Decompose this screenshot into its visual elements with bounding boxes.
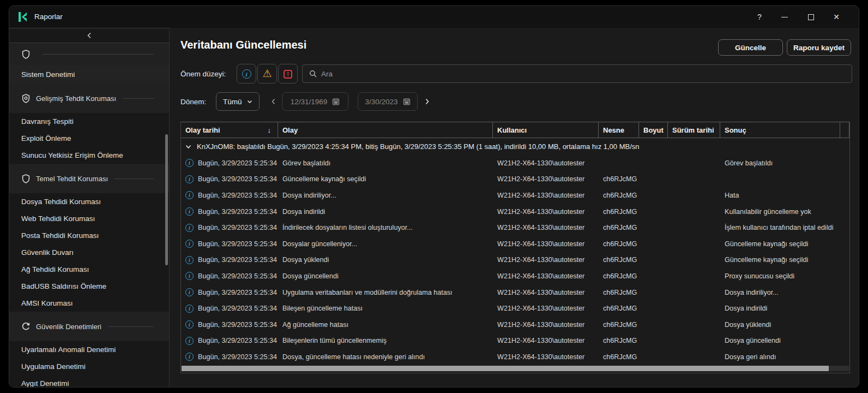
shield-icon bbox=[21, 174, 31, 183]
table-row[interactable]: iBugün, 3/29/2023 5:25:34 PMAğ güncellem… bbox=[181, 317, 849, 333]
table-row[interactable]: iBugün, 3/29/2023 5:25:34 PMDosya, günce… bbox=[181, 349, 849, 365]
sidebar-item[interactable]: Posta Tehdidi Koruması bbox=[9, 227, 169, 244]
save-report-button[interactable]: Raporu kaydet bbox=[787, 39, 851, 56]
cell-text: Dosya indirildi bbox=[282, 208, 325, 216]
cell-text: Dosya indiriliyor... bbox=[725, 289, 779, 296]
sidebar-item[interactable]: Sistem Denetimi bbox=[9, 65, 169, 84]
column-header-5[interactable]: Boyut bbox=[639, 122, 668, 138]
sidebar-item[interactable]: Uyarlamalı Anomali Denetimi bbox=[9, 341, 169, 358]
maximize-button[interactable] bbox=[799, 6, 823, 28]
sidebar-item[interactable]: Web Tehdidi Koruması bbox=[9, 210, 169, 227]
sidebar-item[interactable]: Dosya Tehdidi Koruması bbox=[9, 193, 169, 210]
table-row[interactable]: iBugün, 3/29/2023 5:25:34 PMDosya indiri… bbox=[181, 187, 849, 204]
column-header-2[interactable]: Olay bbox=[278, 122, 493, 138]
cell-object: ch6RJcMG bbox=[599, 252, 639, 269]
table-row[interactable]: iBugün, 3/29/2023 5:25:34 PMDosya indiri… bbox=[181, 204, 849, 220]
cell-version_date bbox=[668, 317, 720, 333]
sidebar-item-label: Aygıt Denetimi bbox=[21, 379, 69, 388]
cell-event: Güncelleme kaynağı seçildi bbox=[278, 171, 493, 188]
info-icon: i bbox=[185, 288, 194, 296]
cell-event: Bileşen güncelleme hatası bbox=[278, 300, 493, 317]
table-row[interactable]: iBugün, 3/29/2023 5:25:34 PMGörev başlat… bbox=[181, 155, 849, 171]
cell-version_date bbox=[668, 204, 720, 220]
cell-date: iBugün, 3/29/2023 5:25:34 PM bbox=[181, 317, 278, 333]
task-group-row[interactable]: KnXJnOM8: başlatıldı Bugün, 3/29/2023 4:… bbox=[181, 138, 849, 155]
horizontal-scrollbar-thumb[interactable] bbox=[182, 366, 829, 371]
sidebar: Sistem DenetimiGelişmiş Tehdit KorumasıD… bbox=[9, 28, 170, 388]
sidebar-collapse-button[interactable] bbox=[9, 28, 169, 43]
sidebar-item-label: Güvenlik Duvarı bbox=[21, 248, 74, 257]
date-to-field[interactable]: 3/30/2023 bbox=[358, 92, 418, 111]
cell-date: iBugün, 3/29/2023 5:25:34 PM bbox=[181, 171, 278, 188]
severity-uyarı-button[interactable]: ⚠ bbox=[257, 64, 277, 84]
sidebar-item[interactable]: Uygulama Denetimi bbox=[9, 358, 169, 375]
period-next-button[interactable] bbox=[421, 92, 432, 111]
cell-version_date bbox=[668, 268, 720, 284]
sidebar-item[interactable]: AMSI Koruması bbox=[9, 295, 169, 312]
cell-version_date bbox=[668, 155, 720, 171]
table-row[interactable]: iBugün, 3/29/2023 5:25:34 PMBileşenlerin… bbox=[181, 333, 849, 349]
search-box[interactable] bbox=[302, 64, 852, 83]
table-row[interactable]: iBugün, 3/29/2023 5:25:34 PMDosya yüklen… bbox=[181, 252, 849, 269]
table-row[interactable]: iBugün, 3/29/2023 5:25:34 PMİndirilecek … bbox=[181, 219, 849, 236]
minimize-button[interactable] bbox=[773, 6, 797, 28]
column-label: Olay bbox=[282, 126, 298, 134]
sidebar-item[interactable]: Güvenlik Duvarı bbox=[9, 244, 169, 261]
table-row[interactable]: iBugün, 3/29/2023 5:25:34 PMGüncelleme k… bbox=[181, 171, 849, 188]
period-prev-button[interactable] bbox=[268, 92, 279, 111]
cell-text: Hata bbox=[725, 192, 739, 199]
cell-text: W21H2-X64-1330\autotester bbox=[497, 159, 584, 167]
sidebar-section-header bbox=[9, 43, 169, 65]
cell-text: Bugün, 3/29/2023 5:25:34 PM bbox=[198, 256, 278, 264]
sidebar-scrollbar[interactable] bbox=[165, 134, 168, 265]
column-label: Sürüm tarihi bbox=[672, 126, 714, 134]
section-divider bbox=[123, 98, 154, 99]
sidebar-item[interactable]: Aygıt Denetimi bbox=[9, 375, 169, 388]
sidebar-nav: Sistem DenetimiGelişmiş Tehdit KorumasıD… bbox=[9, 43, 169, 388]
update-button[interactable]: Güncelle bbox=[718, 39, 783, 56]
info-icon: i bbox=[185, 256, 194, 264]
cell-object: ch6RJcMG bbox=[599, 204, 639, 220]
date-to-value: 3/30/2023 bbox=[365, 98, 397, 106]
table-row[interactable]: iBugün, 3/29/2023 5:25:34 PMBileşen günc… bbox=[181, 300, 849, 317]
cell-text: Bugün, 3/29/2023 5:25:34 PM bbox=[198, 192, 278, 199]
cell-user: W21H2-X64-1330\autotester bbox=[493, 252, 599, 269]
cell-object: ch6RJcMG bbox=[599, 236, 639, 252]
search-input[interactable] bbox=[321, 70, 852, 78]
severity-kritik-button[interactable]: ! bbox=[278, 64, 298, 84]
cell-result: Dosya indirildi bbox=[720, 300, 849, 317]
sidebar-item[interactable]: Ağ Tehdidi Koruması bbox=[9, 261, 169, 278]
table-row[interactable]: iBugün, 3/29/2023 5:25:34 PMDosya güncel… bbox=[181, 268, 849, 284]
period-label: Dönem: bbox=[180, 98, 206, 106]
sidebar-item[interactable]: BadUSB Saldırısı Önleme bbox=[9, 278, 169, 295]
severity-bilgi-button[interactable]: i bbox=[237, 64, 256, 84]
cell-result: Dosya güncellendi bbox=[720, 333, 849, 349]
column-header-6[interactable]: Sürüm tarihi bbox=[668, 122, 720, 138]
period-dropdown[interactable]: Tümü bbox=[216, 92, 260, 111]
column-header-7[interactable]: Sonuç bbox=[720, 122, 849, 138]
date-from-field[interactable]: 12/31/1969 bbox=[282, 92, 348, 111]
help-button[interactable]: ? bbox=[748, 6, 771, 28]
cell-text: Bugün, 3/29/2023 5:25:34 PM bbox=[198, 337, 278, 344]
column-header-4[interactable]: Nesne bbox=[599, 122, 639, 138]
sidebar-item[interactable]: Davranış Tespiti bbox=[9, 113, 169, 130]
cell-text: ch6RJcMG bbox=[603, 272, 637, 280]
column-header-3[interactable]: Kullanıcı bbox=[493, 122, 599, 138]
sidebar-section-header: Temel Tehdit Koruması bbox=[9, 164, 169, 193]
horizontal-scrollbar[interactable] bbox=[182, 366, 849, 371]
cell-result: Dosya indiriliyor... bbox=[720, 284, 849, 301]
close-button[interactable]: ✕ bbox=[824, 6, 848, 28]
cell-text: W21H2-X64-1330\autotester bbox=[497, 289, 584, 296]
maximize-icon bbox=[808, 14, 814, 20]
table-row[interactable]: iBugün, 3/29/2023 5:25:34 PMDosyalar gün… bbox=[181, 236, 849, 252]
warning-icon: ⚠ bbox=[262, 68, 272, 79]
cell-user: W21H2-X64-1330\autotester bbox=[493, 284, 599, 301]
cell-user: W21H2-X64-1330\autotester bbox=[493, 268, 599, 284]
sidebar-item-label: Web Tehdidi Koruması bbox=[21, 215, 95, 223]
cell-result: Hata bbox=[720, 187, 849, 204]
column-header-1[interactable]: Olay tarihi↓ bbox=[181, 122, 278, 138]
cell-text: Bugün, 3/29/2023 5:25:34 PM bbox=[198, 159, 278, 167]
table-row[interactable]: iBugün, 3/29/2023 5:25:34 PMUygulama ver… bbox=[181, 284, 849, 301]
sidebar-item[interactable]: Sunucu Yetkisiz Erişim Önleme bbox=[9, 147, 169, 164]
sidebar-item[interactable]: Exploit Önleme bbox=[9, 130, 169, 147]
